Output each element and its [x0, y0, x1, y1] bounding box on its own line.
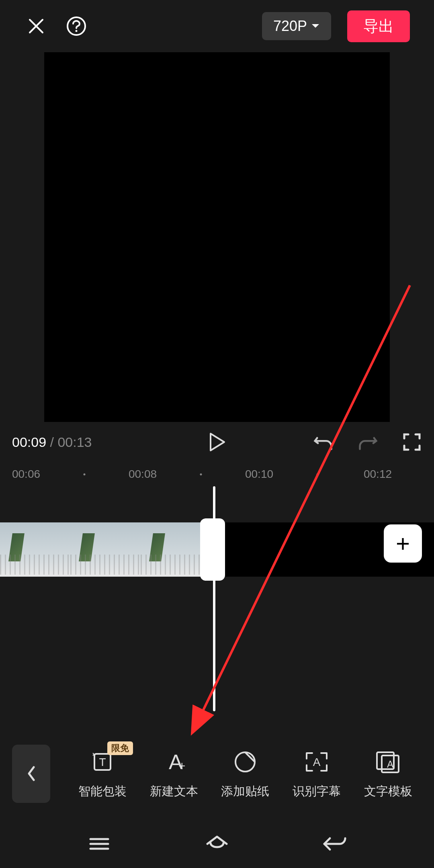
- tool-label: 新建文本: [150, 783, 198, 800]
- tool-label: 识别字幕: [293, 783, 341, 800]
- close-button[interactable]: [24, 14, 48, 38]
- video-preview[interactable]: [44, 52, 390, 422]
- time-separator: /: [46, 434, 57, 450]
- tool-sticker[interactable]: 添加贴纸: [212, 748, 279, 800]
- chevron-left-icon: [26, 765, 37, 782]
- time-display: 00:09 / 00:13: [12, 434, 92, 450]
- system-nav-bar: [0, 820, 434, 868]
- tool-new-text[interactable]: A+ 新建文本: [140, 748, 208, 800]
- export-button[interactable]: 导出: [347, 10, 410, 42]
- tool-smart-pack[interactable]: 限免 T 智能包装: [69, 748, 136, 800]
- top-bar: 720P 导出: [0, 0, 434, 52]
- back-button[interactable]: [12, 745, 50, 803]
- ruler-dot: [317, 473, 319, 475]
- resolution-button[interactable]: 720P: [262, 12, 331, 40]
- plus-icon: +: [396, 530, 410, 557]
- ruler-mark: 00:10: [245, 468, 273, 481]
- tool-text-template[interactable]: A 文字模板: [354, 748, 422, 800]
- new-text-icon: A+: [160, 750, 188, 774]
- svg-text:A: A: [387, 759, 393, 770]
- back-icon: [322, 835, 348, 853]
- ruler-dot: [200, 473, 202, 475]
- clip-track[interactable]: [0, 522, 211, 577]
- undo-button[interactable]: [313, 432, 334, 452]
- ruler-mark: 00:08: [129, 468, 157, 481]
- player-controls: 00:09 / 00:13: [0, 422, 434, 462]
- redo-icon: [358, 433, 378, 451]
- undo-icon: [313, 433, 334, 451]
- svg-text:A: A: [313, 756, 321, 768]
- tool-label: 文字模板: [364, 783, 412, 800]
- clip-thumbnail[interactable]: [0, 522, 70, 577]
- ruler-dot: [84, 473, 86, 475]
- text-template-icon: A: [375, 751, 401, 773]
- home-icon: [205, 834, 229, 854]
- sticker-icon: [233, 750, 257, 774]
- play-icon: [208, 432, 226, 452]
- timeline[interactable]: +: [0, 486, 434, 711]
- nav-back-button[interactable]: [319, 832, 351, 856]
- bottom-toolbar: 限免 T 智能包装 A+ 新建文本 添加贴纸 A 识别字幕 A 文字模板: [0, 727, 434, 820]
- nav-menu-button[interactable]: [83, 832, 115, 856]
- chevron-down-icon: [311, 23, 320, 29]
- add-clip-button[interactable]: +: [384, 524, 422, 563]
- export-label: 导出: [363, 18, 394, 35]
- close-icon: [27, 16, 46, 36]
- clip-thumbnail[interactable]: [70, 522, 141, 577]
- badge-free: 限免: [107, 741, 133, 755]
- svg-point-3: [76, 30, 78, 32]
- tool-label: 添加贴纸: [221, 783, 269, 800]
- tool-label: 智能包装: [78, 783, 127, 800]
- total-time: 00:13: [57, 434, 92, 450]
- svg-text:+: +: [178, 759, 186, 772]
- resolution-label: 720P: [273, 18, 307, 35]
- ruler-mark: 00:12: [364, 468, 392, 481]
- ruler-mark: 00:06: [12, 468, 40, 481]
- fullscreen-button[interactable]: [402, 432, 422, 452]
- help-button[interactable]: [64, 14, 88, 38]
- timeline-ruler[interactable]: 00:06 00:08 00:10 00:12: [0, 462, 434, 486]
- clip-edge-handle[interactable]: [200, 518, 225, 581]
- subtitle-icon: A: [304, 751, 329, 773]
- play-button[interactable]: [205, 430, 229, 454]
- svg-text:T: T: [99, 756, 106, 768]
- tool-subtitle[interactable]: A 识别字幕: [283, 748, 350, 800]
- help-icon: [66, 16, 87, 37]
- menu-icon: [88, 836, 111, 852]
- current-time: 00:09: [12, 434, 46, 450]
- nav-home-button[interactable]: [201, 832, 233, 856]
- redo-button[interactable]: [358, 432, 378, 452]
- fullscreen-icon: [403, 433, 421, 451]
